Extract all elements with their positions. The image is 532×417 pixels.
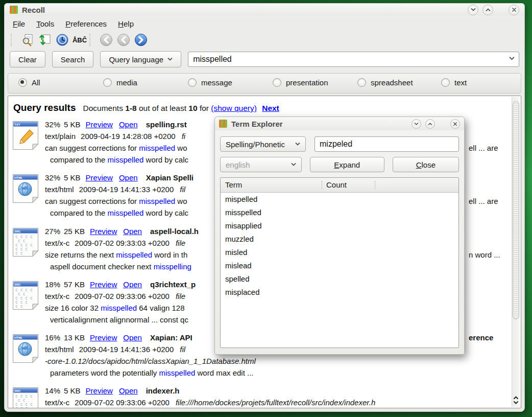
dialog-titlebar[interactable]: Term Explorer [215, 117, 464, 130]
mime-type: text/html [45, 185, 74, 194]
search-document-icon[interactable] [20, 33, 35, 47]
result-item[interactable]: SRC c c c cc c c c c cc c cc c 14%5 KBPr… [11, 385, 512, 408]
expand-button[interactable]: Expand [310, 157, 384, 172]
menu-preferences[interactable]: Preferences [64, 18, 108, 29]
file-url: fil [180, 345, 185, 354]
sort-by-date-icon[interactable] [38, 33, 52, 47]
term-row[interactable]: spelled [221, 272, 458, 286]
result-meta: text/x-c2009-07-02 09:33:06 +0200file://… [45, 397, 512, 408]
table-header: Term Count [221, 178, 458, 193]
menubar: File Tools Preferences Help [5, 17, 135, 30]
radio-icon[interactable] [273, 78, 281, 87]
desktop: Recoll File Tools Preferences Help [0, 0, 532, 417]
preview-link[interactable]: Preview [90, 227, 117, 236]
term-row[interactable]: misled [221, 246, 458, 259]
term-row[interactable]: misplaced [221, 286, 458, 299]
menu-tools[interactable]: Tools [35, 18, 55, 29]
term-row[interactable]: mislead [221, 259, 458, 272]
menu-file[interactable]: File [12, 18, 26, 29]
clear-button[interactable]: Clear [10, 51, 45, 67]
column-header-count[interactable]: Count [326, 180, 347, 189]
minimize-button[interactable] [468, 5, 478, 15]
close-dialog-button[interactable]: Close [393, 157, 459, 172]
expansion-type-dropdown[interactable]: Spelling/Phonetic [220, 136, 306, 152]
column-header-term[interactable]: Term [225, 180, 242, 189]
language-dropdown[interactable]: english [220, 157, 302, 172]
radio-icon[interactable] [103, 78, 112, 87]
html-file-icon[interactable]: HTML [11, 173, 40, 204]
radio-icon[interactable] [357, 78, 366, 87]
svg-text:SRC: SRC [14, 230, 21, 233]
html-file-icon[interactable]: HTML [11, 333, 40, 364]
date: 2009-07-02 09:33:06 +0200 [75, 292, 170, 300]
snippet-fragment: ell ... are [469, 195, 498, 207]
maximize-button[interactable] [482, 5, 493, 15]
open-link[interactable]: Open [123, 280, 142, 289]
term-row[interactable]: muzzled [221, 233, 458, 246]
open-link[interactable]: Open [123, 227, 142, 236]
filter-message[interactable]: message [188, 78, 232, 87]
results-scrollbar[interactable] [512, 97, 520, 407]
filter-media[interactable]: media [103, 78, 137, 87]
scroll-down-icon[interactable] [513, 401, 519, 405]
radio-icon[interactable] [188, 78, 197, 87]
file-url: fil [180, 185, 185, 194]
radio-icon[interactable] [18, 78, 27, 87]
open-link[interactable]: Open [123, 333, 142, 342]
file-url: file [176, 292, 185, 300]
mime-type: text/plain [45, 132, 76, 141]
title-fragment: erence [469, 332, 493, 343]
svg-text:HTML: HTML [14, 176, 23, 179]
window-title: Recoll [22, 6, 45, 14]
query-language-dropdown[interactable]: Query language [100, 51, 181, 67]
toolbar-separator [89, 34, 94, 46]
term-row[interactable]: mispelled [221, 193, 458, 206]
radio-icon[interactable] [441, 78, 450, 87]
search-input[interactable] [188, 52, 519, 67]
scroll-up-icon[interactable] [513, 396, 519, 400]
preview-link[interactable]: Preview [90, 333, 117, 342]
term-row[interactable]: misspelled [221, 206, 458, 219]
filter-text[interactable]: text [441, 78, 467, 87]
search-button[interactable]: Search [52, 51, 94, 67]
show-query-link[interactable]: (show query) [211, 104, 257, 112]
source-file-icon[interactable]: SRC c c c cc c c c c cc c cc c [11, 226, 40, 258]
toolbar: ÅBĈ [5, 31, 150, 49]
svg-text:TXT: TXT [14, 123, 20, 126]
source-file-icon[interactable]: SRC c c c cc c c c c cc c cc c [11, 280, 40, 311]
window-titlebar[interactable]: Recoll [5, 4, 524, 16]
source-file-icon[interactable]: SRC c c c cc c c c c cc c cc c [11, 386, 40, 408]
search-history-chevron-icon[interactable] [509, 56, 515, 61]
filter-bar: All media message presentation spreadshe… [8, 73, 521, 94]
close-button[interactable] [450, 119, 460, 129]
previous-page-arrow-icon[interactable] [116, 33, 131, 47]
preview-link[interactable]: Preview [86, 173, 113, 182]
term-input[interactable] [315, 136, 459, 152]
preview-link[interactable]: Preview [86, 386, 113, 395]
next-page-arrow-icon[interactable] [134, 33, 148, 47]
open-link[interactable]: Open [119, 386, 138, 395]
menu-help[interactable]: Help [117, 18, 135, 29]
minimize-button[interactable] [412, 119, 421, 129]
filter-presentation[interactable]: presentation [273, 78, 328, 87]
scrollbar-thumb[interactable] [513, 101, 519, 319]
term-explorer-abc-icon[interactable]: ÅBĈ [72, 33, 87, 47]
maximize-button[interactable] [425, 119, 435, 129]
scrollbar-arrows [512, 396, 520, 405]
open-link[interactable]: Open [119, 120, 138, 129]
open-link[interactable]: Open [119, 173, 138, 182]
close-button[interactable] [509, 5, 519, 15]
preview-link[interactable]: Preview [90, 280, 117, 289]
column-separator [322, 181, 322, 189]
text-file-icon[interactable]: TXT [11, 120, 40, 151]
preview-link[interactable]: Preview [86, 120, 113, 129]
term-row[interactable]: misapplied [221, 219, 458, 233]
first-page-arrow-icon[interactable] [99, 33, 113, 47]
clock-icon[interactable] [55, 33, 69, 47]
filter-all[interactable]: All [18, 78, 40, 87]
svg-text:HTML: HTML [14, 336, 23, 339]
filter-spreadsheet[interactable]: spreadsheet [357, 78, 413, 87]
date: 2009-04-19 14:41:33 +0200 [79, 185, 174, 194]
next-page-link[interactable]: Next [262, 104, 279, 112]
result-title: aspell-local.h [150, 227, 199, 236]
